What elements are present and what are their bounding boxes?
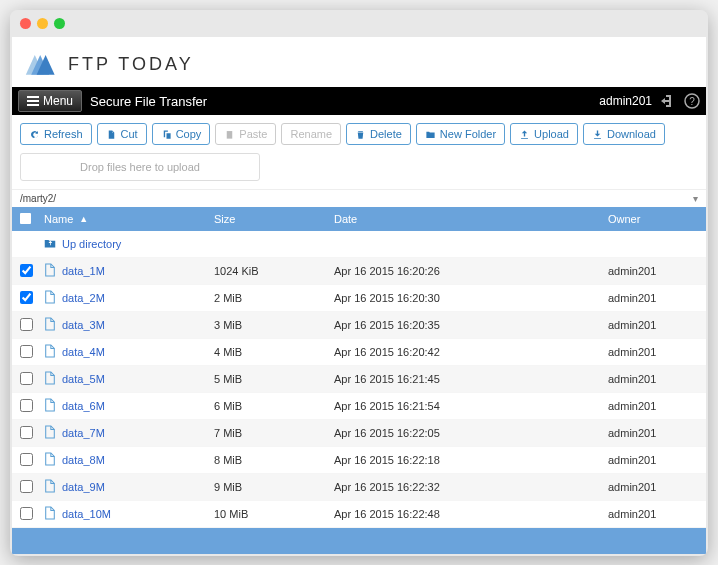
current-path: /marty2/	[20, 193, 56, 204]
file-owner: admin201	[608, 319, 698, 331]
column-name[interactable]: Name▲	[44, 213, 214, 225]
up-directory-row[interactable]: Up directory	[12, 231, 706, 258]
table-row: data_10M10 MiBApr 16 2015 16:22:48admin2…	[12, 501, 706, 528]
file-size: 5 MiB	[214, 373, 334, 385]
file-date: Apr 16 2015 16:22:05	[334, 427, 608, 439]
file-size: 3 MiB	[214, 319, 334, 331]
paste-button: Paste	[215, 123, 276, 145]
refresh-button[interactable]: Refresh	[20, 123, 92, 145]
rename-button: Rename	[281, 123, 341, 145]
file-icon	[44, 317, 56, 333]
table-row: data_7M7 MiBApr 16 2015 16:22:05admin201	[12, 420, 706, 447]
file-date: Apr 16 2015 16:20:30	[334, 292, 608, 304]
file-link[interactable]: data_3M	[62, 319, 105, 331]
app-title: Secure File Transfer	[90, 94, 207, 109]
menubar-right: admin201 ?	[599, 93, 700, 109]
menubar: Menu Secure File Transfer admin201 ?	[12, 87, 706, 115]
row-checkbox[interactable]	[20, 372, 33, 385]
file-date: Apr 16 2015 16:20:26	[334, 265, 608, 277]
close-icon[interactable]	[20, 18, 31, 29]
path-dropdown-icon[interactable]: ▾	[693, 193, 698, 204]
file-date: Apr 16 2015 16:22:32	[334, 481, 608, 493]
file-link[interactable]: data_10M	[62, 508, 111, 520]
file-link[interactable]: data_2M	[62, 292, 105, 304]
minimize-icon[interactable]	[37, 18, 48, 29]
table-row: data_9M9 MiBApr 16 2015 16:22:32admin201	[12, 474, 706, 501]
up-directory-link[interactable]: Up directory	[62, 238, 121, 250]
row-checkbox[interactable]	[20, 453, 33, 466]
file-owner: admin201	[608, 292, 698, 304]
file-date: Apr 16 2015 16:20:35	[334, 319, 608, 331]
content: FTP TODAY Menu Secure File Transfer admi…	[12, 37, 706, 554]
file-table: Name▲ Size Date Owner Up directorydata_1…	[12, 207, 706, 554]
row-checkbox[interactable]	[20, 291, 33, 304]
sort-asc-icon: ▲	[79, 214, 88, 224]
menu-button[interactable]: Menu	[18, 90, 82, 112]
file-link[interactable]: data_4M	[62, 346, 105, 358]
file-icon	[44, 425, 56, 441]
cut-button[interactable]: Cut	[97, 123, 147, 145]
menu-button-label: Menu	[43, 94, 73, 108]
file-size: 1024 KiB	[214, 265, 334, 277]
upload-button[interactable]: Upload	[510, 123, 578, 145]
file-link[interactable]: data_5M	[62, 373, 105, 385]
file-icon	[44, 452, 56, 468]
file-owner: admin201	[608, 373, 698, 385]
logout-icon[interactable]	[660, 93, 676, 109]
delete-button[interactable]: Delete	[346, 123, 411, 145]
help-icon[interactable]: ?	[684, 93, 700, 109]
copy-button[interactable]: Copy	[152, 123, 211, 145]
file-date: Apr 16 2015 16:20:42	[334, 346, 608, 358]
file-owner: admin201	[608, 265, 698, 277]
file-size: 10 MiB	[214, 508, 334, 520]
column-owner[interactable]: Owner	[608, 213, 698, 225]
file-size: 7 MiB	[214, 427, 334, 439]
file-link[interactable]: data_7M	[62, 427, 105, 439]
file-link[interactable]: data_8M	[62, 454, 105, 466]
table-row: data_8M8 MiBApr 16 2015 16:22:18admin201	[12, 447, 706, 474]
file-icon	[44, 479, 56, 495]
table-footer	[12, 528, 706, 554]
file-owner: admin201	[608, 427, 698, 439]
row-checkbox[interactable]	[20, 480, 33, 493]
new-folder-button[interactable]: New Folder	[416, 123, 505, 145]
file-date: Apr 16 2015 16:22:48	[334, 508, 608, 520]
file-date: Apr 16 2015 16:22:18	[334, 454, 608, 466]
row-checkbox[interactable]	[20, 399, 33, 412]
file-icon	[44, 506, 56, 522]
row-checkbox[interactable]	[20, 264, 33, 277]
file-owner: admin201	[608, 400, 698, 412]
column-size[interactable]: Size	[214, 213, 334, 225]
row-checkbox[interactable]	[20, 318, 33, 331]
row-checkbox[interactable]	[20, 426, 33, 439]
download-button[interactable]: Download	[583, 123, 665, 145]
table-row: data_6M6 MiBApr 16 2015 16:21:54admin201	[12, 393, 706, 420]
file-link[interactable]: data_1M	[62, 265, 105, 277]
column-date[interactable]: Date	[334, 213, 608, 225]
table-row: data_2M2 MiBApr 16 2015 16:20:30admin201	[12, 285, 706, 312]
logo-text: FTP TODAY	[68, 54, 194, 75]
file-date: Apr 16 2015 16:21:54	[334, 400, 608, 412]
row-checkbox[interactable]	[20, 345, 33, 358]
file-owner: admin201	[608, 346, 698, 358]
maximize-icon[interactable]	[54, 18, 65, 29]
file-link[interactable]: data_6M	[62, 400, 105, 412]
file-size: 9 MiB	[214, 481, 334, 493]
toolbar: Refresh Cut Copy Paste Rename Delete New…	[12, 115, 706, 153]
dropzone[interactable]: Drop files here to upload	[20, 153, 260, 181]
table-header: Name▲ Size Date Owner	[12, 207, 706, 231]
logo-icon	[24, 49, 60, 79]
file-icon	[44, 371, 56, 387]
file-icon	[44, 290, 56, 306]
select-all-checkbox[interactable]	[20, 213, 31, 224]
file-size: 4 MiB	[214, 346, 334, 358]
file-owner: admin201	[608, 481, 698, 493]
row-checkbox[interactable]	[20, 507, 33, 520]
hamburger-icon	[27, 100, 39, 102]
table-row: data_1M1024 KiBApr 16 2015 16:20:26admin…	[12, 258, 706, 285]
table-row: data_4M4 MiBApr 16 2015 16:20:42admin201	[12, 339, 706, 366]
file-link[interactable]: data_9M	[62, 481, 105, 493]
table-row: data_5M5 MiBApr 16 2015 16:21:45admin201	[12, 366, 706, 393]
file-size: 8 MiB	[214, 454, 334, 466]
file-date: Apr 16 2015 16:21:45	[334, 373, 608, 385]
